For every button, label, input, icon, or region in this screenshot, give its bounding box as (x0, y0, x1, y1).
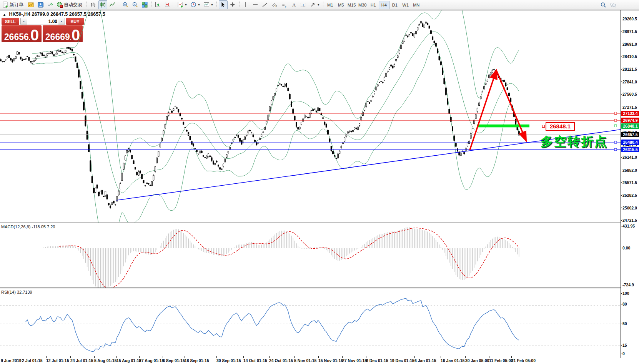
chart-window[interactable]: ▲ HK50-,H4 26799.0 26847.5 26657.5 26657… (0, 10, 639, 364)
time-axis-label: 27 Nov 01:15 (342, 358, 367, 363)
vertical-line-button[interactable] (241, 0, 250, 9)
price-axis-tick (621, 19, 622, 19)
price-axis-tick (621, 107, 622, 107)
indicators-button[interactable]: ▼ (176, 0, 188, 9)
time-axis-tick (163, 356, 163, 358)
time-axis-tick (116, 356, 117, 358)
time-axis-tick (1, 356, 1, 358)
rsi-axis-label: 80 (622, 301, 639, 307)
time-axis-label: 14 Oct 01:15 (243, 358, 267, 363)
time-axis-label: 27 Aug 01:15 (139, 358, 164, 363)
time-axis-label: 9 Jun 2019 (1, 358, 22, 363)
timeframe-M30[interactable]: M30 (357, 1, 368, 9)
price-axis-label: 29260.5 (622, 16, 639, 22)
svg-text:A: A (292, 2, 296, 8)
autotrading-button[interactable]: 自动交易 (55, 0, 85, 9)
crosshair-button[interactable] (228, 0, 237, 9)
time-axis-tick (465, 356, 466, 358)
time-axis-tick (366, 356, 366, 358)
timeframe-H4[interactable]: H4 (379, 1, 389, 9)
time-axis-tick (390, 356, 390, 358)
price-axis-tick (621, 32, 622, 32)
time-axis-label: 24 Jul 01:15 (70, 358, 93, 363)
line-chart-button[interactable] (108, 0, 117, 9)
timeframe-D1[interactable]: D1 (389, 1, 400, 9)
price-axis-tick (621, 44, 622, 44)
chart-panes[interactable] (0, 10, 621, 357)
price-axis-tick (621, 195, 622, 196)
zoom-in-button[interactable] (121, 0, 130, 9)
equidistant-channel-button[interactable]: E (270, 0, 279, 9)
arrows-button[interactable]: ▼ (309, 0, 321, 9)
trendline-button[interactable] (261, 0, 270, 9)
time-axis-label: 6 Jan 01:15 (414, 358, 436, 363)
time-axis-label: 16 Jan 01:15 (441, 358, 464, 363)
rsi-axis-tick (621, 345, 622, 346)
price-badge: 26480.4 (621, 140, 639, 145)
timeframe-M5[interactable]: M5 (336, 1, 346, 9)
price-annotation-box[interactable]: 26848.1 (546, 122, 575, 131)
time-axis-tick (511, 356, 512, 358)
text-label-button[interactable]: T (299, 0, 308, 9)
time-axis-tick (269, 356, 270, 358)
new-order-button[interactable]: 新订单 (1, 0, 26, 9)
time-axis-label: 9 Dec 01:15 (366, 358, 388, 363)
time-axis-label: 5 Nov 01:15 (294, 358, 316, 363)
pane-separator[interactable] (0, 288, 621, 288)
toolbar-separator (87, 2, 87, 8)
time-axis-tick (139, 356, 140, 358)
cn-annotation-text[interactable]: 多空转折点 (541, 133, 608, 150)
time-axis-tick (318, 356, 319, 358)
market-watch-button[interactable] (36, 0, 45, 9)
rsi-axis-label: 100 (622, 291, 639, 296)
toolbar-separator (119, 2, 119, 8)
toolbar-separator (216, 2, 217, 8)
svg-text:T: T (302, 3, 304, 7)
timeframe-M15[interactable]: M15 (346, 1, 357, 9)
tile-windows-button[interactable] (140, 0, 149, 9)
macd-axis-label: 431.95 (622, 223, 639, 229)
pane-separator[interactable] (0, 223, 621, 223)
time-axis-label: 6 Sep 01:15 (163, 358, 185, 363)
time-axis-tick (22, 356, 22, 358)
signals-button[interactable] (46, 0, 55, 9)
bar-chart-button[interactable] (89, 0, 98, 9)
auto-scroll-button[interactable] (153, 0, 162, 9)
time-axis-label: 12 Jul 01:15 (46, 358, 69, 363)
toolbar-separator (151, 2, 151, 8)
price-axis-label: 25002.0 (622, 205, 639, 211)
time-axis-label: 5 Aug 01:15 (94, 358, 117, 363)
periods-button[interactable]: ▼ (189, 0, 201, 9)
pane-separator[interactable] (0, 289, 621, 289)
svg-text:F: F (285, 5, 286, 8)
time-axis-label: 19 Dec 01:15 (390, 358, 414, 363)
price-axis-label: 28691.0 (622, 42, 639, 47)
timeframe-H1[interactable]: H1 (368, 1, 379, 9)
zoom-out-button[interactable] (131, 0, 140, 9)
text-button[interactable]: A (290, 0, 298, 9)
chart-shift-button[interactable] (163, 0, 172, 9)
price-annotation-handle[interactable] (542, 125, 545, 128)
time-axis-tick (243, 356, 244, 358)
timeframe-W1[interactable]: W1 (400, 1, 411, 9)
macd-axis-tick (621, 248, 622, 248)
templates-button[interactable]: ▼ (202, 0, 215, 9)
main-chart-pane (0, 10, 621, 248)
chat-button[interactable] (609, 1, 617, 10)
price-axis-tick (621, 208, 622, 208)
cursor-button[interactable] (219, 0, 228, 9)
candlestick-chart-button[interactable] (98, 0, 107, 9)
timeframe-M1[interactable]: M1 (325, 1, 336, 9)
rsi-axis-label: 0 (622, 351, 639, 356)
pane-separator[interactable] (0, 224, 621, 224)
fibonacci-button[interactable]: F (280, 0, 289, 9)
toolbar-separator (174, 2, 174, 8)
search-button[interactable] (599, 1, 608, 10)
new-chart-button[interactable] (27, 0, 35, 9)
horizontal-line-button[interactable] (251, 0, 260, 9)
macd-axis-label: 0.00 (622, 245, 639, 251)
timeframe-MN[interactable]: MN (411, 1, 422, 9)
rsi-axis-tick (621, 354, 622, 354)
time-axis-tick (294, 356, 295, 358)
time-axis-label: 21 Feb 05:00 (511, 358, 536, 363)
